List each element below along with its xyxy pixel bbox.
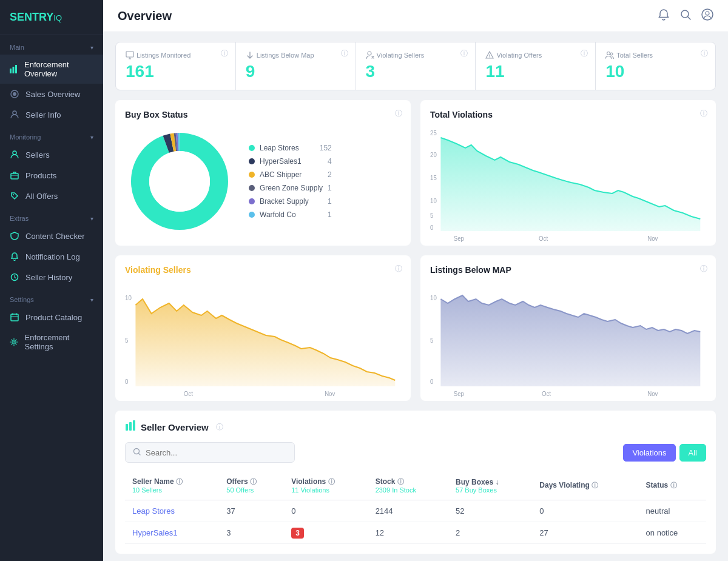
sidebar-item-products[interactable]: Products bbox=[0, 165, 103, 186]
svg-text:Sep: Sep bbox=[454, 391, 465, 397]
legend-dot bbox=[249, 185, 255, 191]
tag-icon bbox=[10, 89, 19, 99]
sidebar-section-settings: Settings ▾ bbox=[0, 287, 103, 307]
table-body: Leap Stores 37 0 2144 52 0 neutral Hyper… bbox=[125, 500, 706, 544]
legend-item-leap: Leap Stores 152 bbox=[249, 144, 332, 152]
dashboard-content: Listings Monitored 161 ⓘ Listings Below … bbox=[103, 32, 728, 561]
sidebar-item-label: Sales Overview bbox=[25, 90, 80, 99]
sellers-svg: 10 5 0 Oct Nov bbox=[125, 282, 401, 400]
buybox-title: Buy Box Status bbox=[125, 110, 401, 119]
sidebar-item-label: Sellers bbox=[25, 150, 50, 160]
sidebar-item-label: Enforcement Overview bbox=[24, 60, 93, 78]
monitor-icon bbox=[126, 51, 134, 59]
listings-below-map-chart-card: Listings Below MAP ⓘ 10 5 0 Sep Oct Nov bbox=[420, 255, 716, 401]
seller-overview-section: Seller Overview ⓘ Violations All bbox=[115, 411, 716, 554]
svg-text:Sep: Sep bbox=[454, 235, 465, 242]
filter-buttons: Violations All bbox=[623, 444, 706, 462]
svg-rect-1 bbox=[13, 67, 15, 73]
cell-buy-boxes: 2 bbox=[448, 522, 532, 544]
svg-text:5: 5 bbox=[125, 337, 129, 344]
sidebar-item-seller-info[interactable]: Seller Info bbox=[0, 104, 103, 125]
logo-text: SENTRY bbox=[10, 11, 53, 23]
listings-map-info-icon: ⓘ bbox=[700, 264, 707, 274]
seller-overview-info-icon: ⓘ bbox=[216, 422, 223, 432]
search-input[interactable] bbox=[146, 448, 287, 457]
seller-table: Seller Name ⓘ 10 Sellers Offers ⓘ 50 Off… bbox=[125, 471, 706, 544]
search-icon[interactable] bbox=[679, 8, 692, 23]
svg-rect-7 bbox=[11, 173, 18, 179]
user-x-icon bbox=[366, 51, 374, 59]
bar-chart-icon bbox=[10, 64, 18, 74]
gear-icon bbox=[10, 337, 19, 347]
user-icon bbox=[10, 110, 19, 119]
svg-rect-49 bbox=[129, 422, 132, 431]
info-icon: ⓘ bbox=[701, 49, 708, 59]
svg-rect-15 bbox=[126, 52, 133, 57]
legend-item-green: Green Zone Supply 1 bbox=[249, 184, 332, 192]
th-offers: Offers ⓘ 50 Offers bbox=[219, 471, 284, 500]
donut-chart bbox=[125, 127, 234, 236]
sidebar-item-seller-history[interactable]: Seller History bbox=[0, 267, 103, 287]
sidebar-section-extras: Extras ▾ bbox=[0, 206, 103, 226]
total-violations-chart: 25 20 15 10 5 0 Sep Oct Nov bbox=[430, 127, 706, 236]
all-filter-button[interactable]: All bbox=[679, 444, 706, 462]
sidebar-section-main: Main ▾ bbox=[0, 35, 103, 55]
donut-area: Leap Stores 152 HyperSales1 4 ABC Shippe… bbox=[125, 127, 401, 236]
sidebar-item-all-offers[interactable]: All Offers bbox=[0, 186, 103, 206]
charts-grid: Buy Box Status ⓘ bbox=[115, 100, 716, 401]
th-days-violating: Days Violating ⓘ bbox=[532, 471, 638, 500]
logo-accent: IQ bbox=[53, 13, 62, 22]
svg-text:20: 20 bbox=[430, 152, 437, 158]
topbar: Overview bbox=[103, 0, 728, 32]
svg-text:15: 15 bbox=[430, 175, 437, 181]
sidebar-item-label: Notification Log bbox=[25, 252, 80, 261]
sidebar-item-label: Content Checker bbox=[25, 232, 85, 241]
svg-text:Nov: Nov bbox=[647, 235, 658, 242]
sidebar-section-monitoring: Monitoring ▾ bbox=[0, 125, 103, 144]
stat-listings-below-map: Listings Below Map 9 ⓘ bbox=[236, 42, 356, 90]
cell-offers: 37 bbox=[219, 500, 284, 522]
violations-svg: 25 20 15 10 5 0 Sep Oct Nov bbox=[430, 127, 706, 242]
svg-text:0: 0 bbox=[430, 224, 434, 231]
table-row: Leap Stores 37 0 2144 52 0 neutral bbox=[125, 500, 706, 522]
svg-point-4 bbox=[13, 92, 16, 96]
th-status: Status ⓘ bbox=[639, 471, 706, 500]
sidebar-item-label: Product Catalog bbox=[25, 313, 82, 322]
sidebar-item-sales-overview[interactable]: Sales Overview bbox=[0, 84, 103, 104]
violations-filter-button[interactable]: Violations bbox=[623, 444, 675, 462]
map-svg: 10 5 0 Sep Oct Nov bbox=[430, 282, 706, 400]
legend-item-warfold: Warfold Co 1 bbox=[249, 210, 332, 219]
seller-overview-title: Seller Overview bbox=[141, 422, 209, 432]
buybox-chart-card: Buy Box Status ⓘ bbox=[115, 100, 411, 246]
th-buy-boxes: Buy Boxes ↓ 57 Buy Boxes bbox=[448, 471, 532, 500]
violating-sellers-chart-card: Violating Sellers ⓘ 10 5 0 Oct Nov bbox=[115, 255, 411, 401]
sidebar-item-notification-log[interactable]: Notification Log bbox=[0, 246, 103, 267]
svg-text:5: 5 bbox=[430, 212, 434, 219]
cell-days-violating: 27 bbox=[532, 522, 638, 544]
cell-seller-name: Leap Stores bbox=[125, 500, 219, 522]
sidebar-item-sellers[interactable]: Sellers bbox=[0, 144, 103, 165]
svg-point-8 bbox=[13, 194, 14, 195]
topbar-icons bbox=[658, 8, 713, 23]
sidebar-item-product-catalog[interactable]: Product Catalog bbox=[0, 307, 103, 328]
svg-point-16 bbox=[368, 52, 371, 55]
stat-violating-offers: Violating Offers 11 ⓘ bbox=[476, 42, 595, 90]
box-icon bbox=[10, 170, 19, 180]
stat-total-sellers: Total Sellers 10 ⓘ bbox=[596, 42, 715, 90]
stat-violating-sellers: Violating Sellers 3 ⓘ bbox=[356, 42, 476, 90]
svg-point-6 bbox=[13, 151, 16, 155]
legend-item-abc: ABC Shipper 2 bbox=[249, 170, 332, 179]
sidebar-item-enforcement-overview[interactable]: Enforcement Overview bbox=[0, 55, 103, 84]
search-row: Violations All bbox=[125, 442, 706, 463]
info-icon: ⓘ bbox=[460, 49, 468, 59]
sidebar-item-enforcement-settings[interactable]: Enforcement Settings bbox=[0, 328, 103, 357]
violating-sellers-info-icon: ⓘ bbox=[395, 264, 402, 274]
total-violations-title: Total Violations bbox=[430, 110, 706, 119]
user-avatar-icon[interactable] bbox=[701, 8, 713, 23]
page-title: Overview bbox=[118, 9, 172, 23]
svg-point-27 bbox=[149, 151, 210, 212]
table-header-row: Seller Name ⓘ 10 Sellers Offers ⓘ 50 Off… bbox=[125, 471, 706, 500]
sidebar-item-content-checker[interactable]: Content Checker bbox=[0, 226, 103, 246]
notification-icon[interactable] bbox=[658, 8, 670, 23]
cell-status: on notice bbox=[639, 522, 706, 544]
